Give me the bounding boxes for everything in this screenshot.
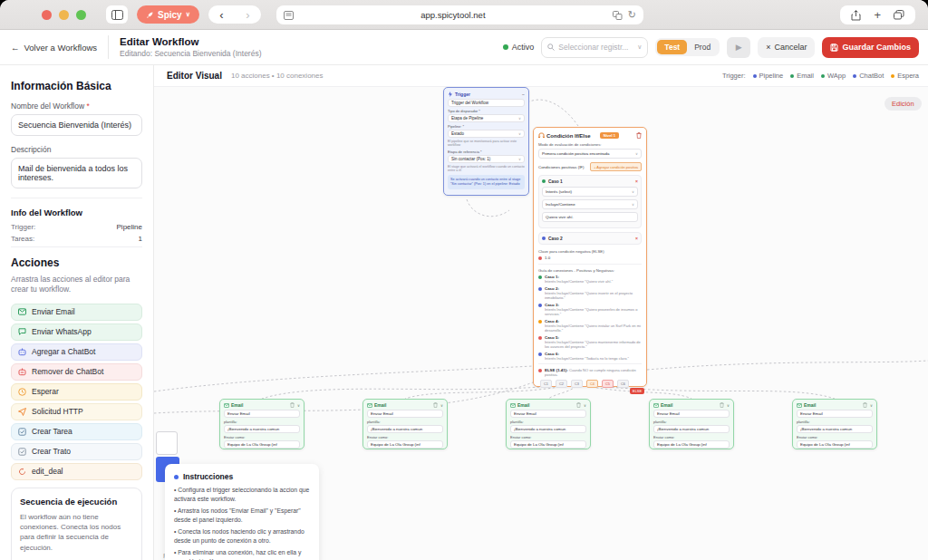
info-row-trigger: Trigger: Pipeline <box>11 223 142 231</box>
sender-input[interactable]: Equipo de La Ola Group (inf <box>224 440 300 449</box>
action-enviar-whatsapp[interactable]: Enviar WhatsApp <box>11 323 142 341</box>
partial-node[interactable] <box>156 431 178 455</box>
zoom-window-button[interactable] <box>76 10 86 20</box>
trash-icon[interactable] <box>863 402 867 408</box>
editor-title: Editor Visual <box>167 71 222 81</box>
address-bar[interactable]: app.spicytool.net ↻ <box>276 5 643 24</box>
action-crear-tarea[interactable]: Crear Tarea <box>11 423 142 440</box>
legend-dot-chatbot <box>853 74 856 78</box>
sender-input[interactable]: Equipo de La Ola Group (inf <box>797 440 873 449</box>
collapse-icon[interactable]: ∨ <box>297 403 300 408</box>
action-solicitud-http[interactable]: Solicitud HTTP <box>11 403 142 420</box>
email-node[interactable]: Email ∨ Enviar Email plantilla: ¡Bienven… <box>649 399 734 449</box>
email-name-input[interactable]: Enviar Email <box>510 410 586 418</box>
info-row-tareas: Tareas: 1 <box>11 235 142 243</box>
new-tab-button[interactable]: + <box>874 8 881 22</box>
stage-select[interactable]: Sin contactar (Pos: 1)∨ <box>448 155 525 163</box>
collapse-icon[interactable]: − <box>522 92 525 97</box>
email-name-input[interactable]: Enviar Email <box>653 410 730 418</box>
email-node[interactable]: Email ∨ Enviar Email plantilla: ¡Bienven… <box>792 399 877 449</box>
chevron-down-icon: ∨ <box>186 11 190 18</box>
play-icon: ▶ <box>736 43 742 52</box>
email-node[interactable]: Email ∨ Enviar Email plantilla: ¡Bienven… <box>362 399 448 449</box>
instruction-item: Conecta los nodos haciendo clic y arrast… <box>174 527 310 545</box>
template-input[interactable]: ¡Bienvenido a nuestra comun <box>653 425 730 433</box>
save-changes-button[interactable]: Guardar Cambios <box>822 37 919 58</box>
sender-input[interactable]: Equipo de La Ola Group (inf <box>367 440 443 449</box>
trash-icon[interactable] <box>720 402 724 408</box>
reload-icon[interactable]: ↻ <box>628 9 636 21</box>
page-title: Editar Workflow <box>120 36 261 47</box>
trash-icon[interactable] <box>433 402 438 408</box>
pipeline-select[interactable]: Estado∨ <box>448 130 525 138</box>
action-esperar[interactable]: Esperar <box>11 383 142 401</box>
handle-c2[interactable]: C2 <box>556 380 567 388</box>
email-name-input[interactable]: Enviar Email <box>224 410 300 418</box>
trigger-name-input[interactable]: Trigger del Workflow <box>448 99 525 107</box>
handle-c5[interactable]: C5 <box>602 380 614 388</box>
workflow-canvas[interactable]: Editor Visual 10 acciones • 10 conexione… <box>154 65 928 560</box>
search-icon <box>547 43 555 51</box>
case-value-input[interactable]: Quiero vivir ahí. <box>542 212 638 222</box>
cancel-button[interactable]: × Cancelar <box>758 37 815 58</box>
action-label: Esperar <box>32 387 59 396</box>
workflow-name-input[interactable]: Secuencia Bienvenida (Interés) <box>11 114 142 136</box>
collapse-icon[interactable]: ∨ <box>584 403 586 408</box>
back-button[interactable]: ‹ <box>219 8 223 22</box>
email-name-input[interactable]: Enviar Email <box>367 410 443 418</box>
handle-c3[interactable]: C3 <box>571 380 583 388</box>
run-workflow-button[interactable]: ▶ <box>727 37 750 58</box>
sender-input[interactable]: Equipo de La Ola Group (inf <box>653 440 730 449</box>
email-node[interactable]: Email ∨ Enviar Email plantilla: ¡Bienven… <box>506 399 591 449</box>
env-prod-tab[interactable]: Prod <box>687 40 718 54</box>
condition-node[interactable]: Condición If/Else Nivel 1 Modo de evalua… <box>533 127 647 387</box>
env-test-tab[interactable]: Test <box>657 40 687 54</box>
collapse-icon[interactable]: ∨ <box>727 403 730 408</box>
guide-item: Caso 4: Interés Incluye/Contiene "Quiero… <box>538 319 642 333</box>
template-input[interactable]: ¡Bienvenido a nuestra comun <box>224 425 300 433</box>
add-positive-button[interactable]: + Agregar condición positiva <box>590 162 642 171</box>
case-field-select[interactable]: Interés (select)∨ <box>542 187 638 197</box>
action-edit-deal[interactable]: edit_deal <box>11 463 142 480</box>
handle-c1[interactable]: C1 <box>540 380 552 388</box>
action-remover-chatbot[interactable]: Remover de ChatBot <box>11 363 142 381</box>
negative-value[interactable]: 1.0 <box>545 256 550 260</box>
action-label: Crear Trato <box>32 447 71 456</box>
email-name-input[interactable]: Enviar Email <box>797 410 873 418</box>
remove-case-icon[interactable]: × <box>635 236 638 241</box>
remove-case-icon[interactable]: × <box>635 179 638 184</box>
back-to-workflows-link[interactable]: ← Volver a Workflows <box>11 43 97 53</box>
basic-info-title: Información Básica <box>11 80 142 92</box>
template-input[interactable]: ¡Bienvenido a nuestra comun <box>510 425 586 433</box>
trash-icon[interactable] <box>576 402 581 408</box>
sidebar-toggle-button[interactable] <box>106 5 128 24</box>
trigger-info-box: Se activará cuando un contacto entre al … <box>448 175 525 189</box>
divider <box>11 198 142 198</box>
template-input[interactable]: ¡Bienvenido a nuestra comun <box>367 425 443 433</box>
handle-else[interactable]: ELSE <box>630 388 644 394</box>
handle-c6[interactable]: C6 <box>617 380 629 388</box>
forward-button[interactable]: › <box>246 8 249 22</box>
action-agregar-chatbot[interactable]: Agregar a ChatBot <box>11 343 142 361</box>
handle-c4[interactable]: C4 <box>586 380 598 388</box>
close-window-button[interactable] <box>42 10 52 20</box>
email-node[interactable]: Email ∨ Enviar Email plantilla: ¡Bienven… <box>219 399 304 449</box>
minimize-window-button[interactable] <box>59 10 69 20</box>
action-enviar-email[interactable]: Enviar Email <box>11 304 142 321</box>
description-input[interactable]: Mail de bienvenida a todos los intereses… <box>11 158 142 188</box>
collapse-icon[interactable]: ∨ <box>440 403 443 408</box>
trigger-node[interactable]: Trigger − Trigger del Workflow Tipo de d… <box>443 87 529 196</box>
collapse-icon[interactable]: ∨ <box>870 403 873 408</box>
action-crear-trato[interactable]: Crear Trato <box>11 443 142 460</box>
trash-icon[interactable] <box>290 402 295 408</box>
sender-input[interactable]: Equipo de La Ola Group (inf <box>510 440 586 449</box>
mode-select[interactable]: Primera condición positiva encontrada∨ <box>538 149 642 159</box>
spicy-extension-button[interactable]: Spicy ∨ <box>137 5 199 24</box>
case-operator-select[interactable]: Incluye/Contiene∨ <box>542 199 638 209</box>
workflow-info-title: Info del Workflow <box>11 208 142 217</box>
stage-hint: El stage que activará el workflow cuando… <box>448 165 525 173</box>
trigger-type-select[interactable]: Etapa de Pipeline∨ <box>448 114 525 122</box>
record-select[interactable]: Seleccionar registr... ∨ <box>541 37 648 58</box>
template-input[interactable]: ¡Bienvenido a nuestra comun <box>797 425 873 433</box>
trash-icon[interactable] <box>636 132 642 139</box>
